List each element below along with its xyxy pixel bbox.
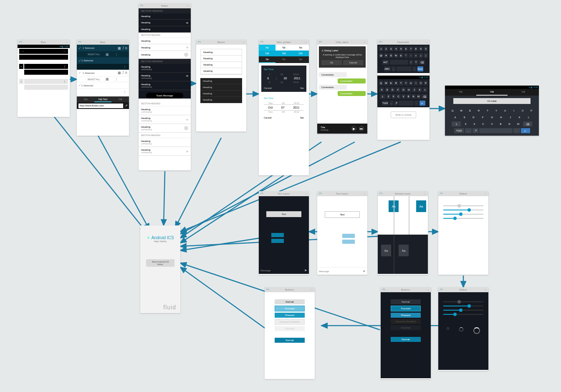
select-row[interactable]: SELECT ALL▦⋮ xyxy=(77,51,129,57)
action-mode: ✓1 Selected xyxy=(77,57,129,64)
slider[interactable] xyxy=(443,210,483,210)
screen-buttons-dark[interactable]: Buttons Normal Focused Pressed Focused D… xyxy=(381,287,431,379)
titlebar: Bars xyxy=(18,40,70,45)
menu-item[interactable]: Heading xyxy=(201,56,242,62)
list-item[interactable]: Headingsubheading✉ xyxy=(139,115,191,124)
back-icon[interactable]: ‹ xyxy=(19,64,23,69)
button-primary[interactable]: Normal xyxy=(275,338,305,343)
slider[interactable] xyxy=(443,218,483,219)
list-item[interactable]: Heading xyxy=(139,26,191,33)
list-item[interactable]: Headingsubheading✉ xyxy=(139,147,191,156)
text-input[interactable]: Text xyxy=(325,211,360,218)
show-library-button[interactable]: Show Android ICS library xyxy=(146,259,174,267)
menu-item[interactable]: Heading xyxy=(201,68,242,74)
card[interactable]: Aa xyxy=(381,245,391,256)
url-input[interactable] xyxy=(78,104,123,108)
slider[interactable] xyxy=(443,306,483,306)
screen-keyboards[interactable]: Keyboards 1234567890 @#$%&*-+() ALT/?⌫ A… xyxy=(377,40,430,140)
slider[interactable] xyxy=(443,301,483,302)
screen-bars-2[interactable]: Bars ✓1 Selected▦⤴⎘ SELECT ALL▦⋮ ✓1 Sele… xyxy=(77,40,129,136)
section-heading: SECTION HEADING xyxy=(139,8,191,13)
url-bar[interactable]: 🎤 xyxy=(77,102,129,109)
bar xyxy=(19,55,68,60)
screen-home[interactable]: ❖ Android ICS High fidelity Show Android… xyxy=(140,225,180,313)
menu-item[interactable]: Heading xyxy=(201,49,242,56)
select-handle[interactable] xyxy=(271,233,284,237)
card[interactable]: Aa xyxy=(399,245,409,256)
bar[interactable]: ⋮ xyxy=(24,79,68,84)
card[interactable]: Aa xyxy=(416,200,426,212)
action-mode-light[interactable]: ✓1 Selected▦⤴⎘ xyxy=(77,70,129,76)
unlock-button[interactable]: Slide to unlock xyxy=(391,111,416,118)
list-item[interactable]: Headingsubheading xyxy=(139,81,191,90)
bar xyxy=(24,85,68,90)
list-item[interactable]: Headingsubheading xyxy=(139,64,191,73)
button-pressed[interactable]: Pressed xyxy=(275,313,305,318)
text-input[interactable]: Text xyxy=(266,211,301,217)
screen-text-light[interactable]: Text Inputs Text Message➤ xyxy=(317,191,367,275)
list-item[interactable]: Heading✉ xyxy=(139,20,191,26)
mic-icon[interactable]: 🎤 xyxy=(124,104,127,107)
button-focused[interactable]: Focused xyxy=(275,306,305,311)
menu-item[interactable]: Heading xyxy=(200,91,242,97)
menu-item[interactable]: Heading xyxy=(200,78,242,84)
list-item[interactable]: Headingsubheading xyxy=(139,106,191,115)
copy-icon[interactable]: ⎘ xyxy=(125,46,127,50)
list-item[interactable]: Headingsubheading xyxy=(139,124,191,133)
qwerty-keyboard[interactable]: QWERTYUIOP ASDFGHJKL ⇧ZXCVBNM⌫ ?123,🎤.↵ xyxy=(377,79,430,107)
grid-icon[interactable]: ▦ xyxy=(118,46,121,50)
loading-ring xyxy=(473,327,480,334)
list-item[interactable]: Heading xyxy=(139,51,191,59)
loading-ring xyxy=(447,327,449,330)
ok-button[interactable]: Ok xyxy=(321,60,342,65)
slider[interactable] xyxy=(443,314,483,315)
bar[interactable]: ⋮ xyxy=(24,64,68,69)
title: Menus xyxy=(217,41,225,43)
media-bar[interactable]: TitleHeading ▶ ⏭ xyxy=(317,124,367,134)
list-item[interactable]: Headingsubheading xyxy=(139,138,191,147)
screen-chat[interactable]: Chat, alerts ⚠ Dialog Label A warning or… xyxy=(317,40,367,134)
title: Chat, alerts xyxy=(336,41,349,43)
screen-sliders-dark[interactable]: Sliders xyxy=(438,287,488,371)
screen-buttons-light[interactable]: Buttons Normal Focused Pressed Focused D… xyxy=(265,287,315,379)
send-icon[interactable]: ➤ xyxy=(363,269,366,273)
screen-menus[interactable]: Menus Heading Heading Heading Heading He… xyxy=(196,40,246,132)
send-icon[interactable]: ➤ xyxy=(304,268,307,272)
select-handle[interactable] xyxy=(342,234,355,238)
time-picker[interactable]: Set Time 7292010 8:302011 9312012 Cancel… xyxy=(261,66,306,92)
numeric-keyboard[interactable]: 1234567890 @#$%&*-+() ALT/?⌫ ABC,.Next xyxy=(377,45,430,73)
select-handle[interactable] xyxy=(271,239,284,243)
screen-keyboard-landscape[interactable]: ▾ ▦5:23 TABTABTAB On track QWERTYUIOP AS… xyxy=(445,86,539,136)
screen-time-picker[interactable]: Tabs, pickers TabTabTab TABTABTAB TabTab… xyxy=(259,40,309,175)
screen-tables[interactable]: Tables SECTION HEADING Heading Heading✉ … xyxy=(139,3,191,170)
button-disabled: Disabled xyxy=(275,326,305,331)
cancel-button[interactable]: Cancel xyxy=(343,60,364,65)
list-item[interactable]: Heading✉ xyxy=(139,44,191,51)
next-icon[interactable]: ⏭ xyxy=(359,126,364,131)
screen-stacked[interactable]: Stacked cards Aa Aa Aa Aa xyxy=(378,191,428,275)
title: Tables xyxy=(161,5,168,7)
slider[interactable] xyxy=(443,214,483,215)
action-mode[interactable]: ✓1 Selected▦⤴⎘ xyxy=(77,45,129,51)
menu-item[interactable]: Heading xyxy=(200,84,242,91)
button-normal[interactable]: Normal xyxy=(275,299,305,304)
slider[interactable] xyxy=(443,205,483,206)
menu-item[interactable]: Heading xyxy=(200,97,242,103)
screen-text-dark[interactable]: Text Inputs Text Message➤ xyxy=(259,191,309,275)
back-icon[interactable]: ‹ xyxy=(19,79,23,84)
brand-logo: fluid xyxy=(163,304,176,311)
title: Keyboards xyxy=(397,41,409,43)
select-handle[interactable] xyxy=(342,240,355,244)
screen-bars-1[interactable]: Bars ▾ ▦5:23 ◠◠ ‹⋮ ‹⋮ xyxy=(18,40,70,117)
slider[interactable] xyxy=(443,310,483,311)
date-picker[interactable]: Set Date Sep062010 Oct072011 Nov082012 C… xyxy=(261,94,306,121)
share-icon[interactable]: ⤴ xyxy=(122,46,124,50)
bar: ◠◠ xyxy=(19,49,68,54)
list-item[interactable]: Heading xyxy=(139,38,191,44)
screen-sliders-light[interactable]: Sliders xyxy=(438,191,488,275)
menu-item[interactable]: Heading xyxy=(201,62,242,68)
list-item[interactable]: Heading xyxy=(139,13,191,20)
list-item[interactable]: Headingsubheading✉ xyxy=(139,73,191,81)
play-icon[interactable]: ▶ xyxy=(351,126,356,131)
tabbar[interactable]: TAB TAB TWO TAB xyxy=(77,96,129,102)
